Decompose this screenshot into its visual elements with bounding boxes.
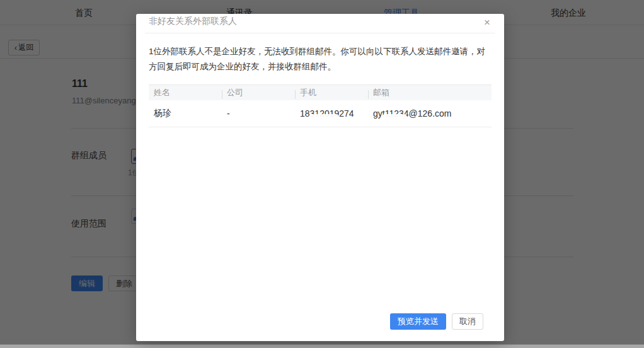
column-header-name: 姓名 (149, 87, 222, 98)
column-header-email: 邮箱 (368, 87, 492, 98)
window-bottom-edge (0, 344, 644, 348)
column-header-company: 公司 (222, 87, 295, 98)
cancel-button[interactable]: 取消 (452, 313, 483, 330)
dialog-header: 非好友关系外部联系人 × (145, 14, 495, 33)
cell-phone: 18312019274 (295, 108, 368, 119)
cell-company: - (222, 108, 295, 119)
preview-and-send-button[interactable]: 预览并发送 (390, 313, 446, 330)
cell-name: 杨珍 (149, 108, 222, 119)
table-row: 杨珍 - 18312019274 gyt11234@126.com (149, 100, 492, 127)
table-header-row: 姓名 公司 手机 邮箱 (149, 85, 492, 100)
dialog-footer: 预览并发送 取消 (149, 313, 492, 341)
cell-email: gyt11234@126.com (368, 108, 492, 119)
privacy-blur (309, 114, 339, 119)
app-window: 首页 通讯录 管理工具 我的企业 ‹ 返回 111 111@silenceyan… (0, 0, 644, 348)
dialog-body: 1位外部联系人不是企业好友，无法收到群组邮件。你可以向以下联系人发送邮件邀请，对… (136, 33, 504, 341)
privacy-blur (382, 114, 407, 119)
dialog-title: 非好友关系外部联系人 (149, 16, 237, 27)
close-icon[interactable]: × (483, 18, 492, 27)
dialog-description: 1位外部联系人不是企业好友，无法收到群组邮件。你可以向以下联系人发送邮件邀请，对… (149, 44, 492, 74)
contacts-table: 姓名 公司 手机 邮箱 杨珍 - 18312019274 gyt11234@12… (149, 84, 492, 127)
column-header-phone: 手机 (295, 87, 368, 98)
external-contacts-dialog: 非好友关系外部联系人 × 1位外部联系人不是企业好友，无法收到群组邮件。你可以向… (136, 14, 504, 341)
spacer (149, 127, 492, 313)
